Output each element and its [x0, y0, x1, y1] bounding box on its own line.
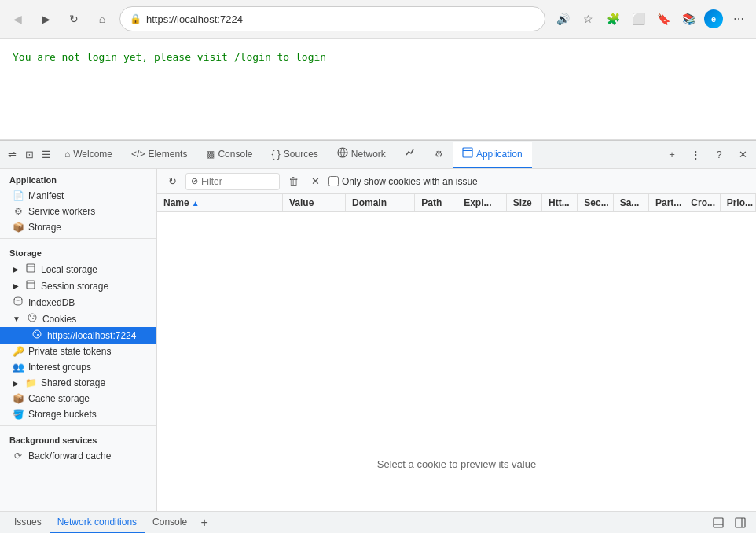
- devtools-side-btn-3[interactable]: ☰: [38, 146, 55, 164]
- shared-storage-expand-icon: ▶: [13, 379, 19, 388]
- collections-button[interactable]: 📚: [677, 8, 699, 30]
- svg-point-15: [37, 334, 39, 336]
- sidebar-item-cookies[interactable]: ▼ Cookies: [0, 311, 156, 327]
- col-header-cross[interactable]: Cro...: [684, 194, 720, 211]
- session-storage-expand-icon: ▶: [13, 281, 19, 290]
- sidebar-item-back-forward-cache[interactable]: ⟳ Back/forward cache: [0, 448, 156, 464]
- storage-icon: 📦: [13, 222, 24, 233]
- col-header-expires[interactable]: Expi...: [457, 194, 507, 211]
- delete-cookies-button[interactable]: ✕: [306, 173, 324, 190]
- svg-point-13: [33, 330, 41, 338]
- cookies-icon: [27, 313, 38, 325]
- sidebar-item-session-storage[interactable]: ▶ Session storage: [0, 278, 156, 294]
- sidebar-item-cookies-localhost[interactable]: https://localhost:7224: [0, 327, 156, 344]
- sidebar-item-interest-groups[interactable]: 👥 Interest groups: [0, 359, 156, 375]
- sidebar-storage-label: Storage: [28, 222, 61, 233]
- sidebar-item-local-storage[interactable]: ▶ Local storage: [0, 261, 156, 278]
- sidebar-item-private-state-tokens[interactable]: 🔑 Private state tokens: [0, 344, 156, 359]
- extensions-button[interactable]: 🧩: [602, 8, 624, 30]
- devtools-side-btn-1[interactable]: ⇌: [3, 146, 20, 164]
- col-header-partition[interactable]: Part...: [649, 194, 684, 211]
- cache-storage-icon: 📦: [13, 393, 24, 404]
- sidebar-item-manifest[interactable]: 📄 Manifest: [0, 188, 156, 204]
- col-domain-label: Domain: [352, 197, 387, 208]
- back-button[interactable]: ◀: [6, 8, 28, 30]
- tab-application[interactable]: Application: [453, 142, 532, 168]
- col-samesite-label: Sa...: [620, 197, 640, 208]
- issues-only-checkbox[interactable]: [328, 176, 339, 186]
- sidebar-item-storage[interactable]: 📦 Storage: [0, 219, 156, 235]
- col-path-label: Path: [421, 197, 442, 208]
- bottom-tab-issues[interactable]: Issues: [6, 512, 50, 534]
- filter-input[interactable]: [201, 176, 264, 187]
- page-message: You are not login yet, please visit /log…: [13, 51, 743, 63]
- tab-welcome[interactable]: ⌂ Welcome: [55, 142, 122, 168]
- forward-button[interactable]: ▶: [35, 8, 57, 30]
- more-tabs-button[interactable]: ⋮: [685, 145, 706, 165]
- filter-icon: ⊘: [191, 176, 198, 186]
- devtools-body: Application 📄 Manifest ⚙ Service workers…: [0, 169, 756, 511]
- close-devtools-button[interactable]: ✕: [732, 145, 753, 165]
- bottom-tab-console-bottom[interactable]: Console: [145, 512, 195, 534]
- sidebar-item-shared-storage[interactable]: ▶ 📁 Shared storage: [0, 375, 156, 391]
- col-http-label: Htt...: [549, 197, 570, 208]
- more-button[interactable]: ⋯: [728, 8, 750, 30]
- col-header-priority[interactable]: Prio...: [721, 194, 756, 211]
- tab-performance[interactable]: [395, 142, 425, 168]
- sidebar-item-cache-storage[interactable]: 📦 Cache storage: [0, 391, 156, 406]
- bottom-tab-network-conditions[interactable]: Network conditions: [50, 512, 145, 534]
- issues-only-label: Only show cookies with an issue: [342, 176, 478, 187]
- browser-icons: 🔊 ☆ 🧩 ⬜ 🔖 📚 e ⋯: [552, 8, 750, 30]
- profile-button[interactable]: e: [703, 8, 725, 30]
- elements-tab-label: Elements: [148, 149, 187, 160]
- issues-tab-label: Issues: [14, 516, 42, 527]
- sidebar-cookies-localhost-label: https://localhost:7224: [47, 330, 136, 341]
- col-header-path[interactable]: Path: [415, 194, 457, 211]
- tab-elements[interactable]: </> Elements: [122, 142, 196, 168]
- devtools-tabs-bar: ⇌ ⊡ ☰ ⌂ Welcome </> Elements ▩ Console {…: [0, 141, 756, 169]
- filter-box[interactable]: ⊘: [185, 173, 280, 190]
- refresh-cookies-button[interactable]: ↻: [163, 173, 181, 190]
- add-tab-button[interactable]: +: [662, 145, 682, 165]
- split-screen-button[interactable]: ⬜: [627, 8, 649, 30]
- sidebar-item-storage-buckets[interactable]: 🪣 Storage buckets: [0, 406, 156, 422]
- sidebar-item-indexeddb[interactable]: IndexedDB: [0, 294, 156, 311]
- read-aloud-button[interactable]: 🔊: [552, 8, 574, 30]
- sources-tab-icon: { }: [271, 149, 280, 160]
- home-button[interactable]: ⌂: [91, 8, 113, 30]
- network-tab-icon: [337, 147, 348, 160]
- sidebar-indexeddb-label: IndexedDB: [28, 297, 75, 308]
- help-button[interactable]: ?: [709, 145, 729, 165]
- clear-filter-button[interactable]: 🗑: [284, 173, 302, 190]
- add-panel-button[interactable]: +: [195, 513, 214, 532]
- col-header-samesite[interactable]: Sa...: [614, 194, 649, 211]
- col-header-secure[interactable]: Sec...: [578, 194, 613, 211]
- svg-point-10: [30, 315, 31, 317]
- cookie-table[interactable]: Name ▲ Value Domain Path Expi...: [157, 194, 756, 417]
- devtools-side-btn-2[interactable]: ⊡: [20, 146, 38, 164]
- shared-storage-icon: 📁: [25, 377, 36, 388]
- svg-point-14: [35, 332, 36, 333]
- sidebar-section-background: Background services: [0, 429, 156, 448]
- favorites-button[interactable]: ☆: [577, 8, 599, 30]
- dock-side-button[interactable]: [731, 513, 750, 532]
- col-header-size[interactable]: Size: [507, 194, 542, 211]
- issues-only-checkbox-label[interactable]: Only show cookies with an issue: [328, 176, 478, 187]
- welcome-tab-icon: ⌂: [64, 149, 70, 160]
- tab-network[interactable]: Network: [328, 142, 395, 168]
- col-header-http[interactable]: Htt...: [542, 194, 578, 211]
- favorites-sidebar-button[interactable]: 🔖: [652, 8, 674, 30]
- network-conditions-tab-label: Network conditions: [57, 516, 137, 527]
- col-header-value[interactable]: Value: [283, 194, 346, 211]
- devtools-bottom-bar: Issues Network conditions Console +: [0, 511, 756, 533]
- col-header-name[interactable]: Name ▲: [157, 194, 283, 211]
- sidebar-item-service-workers[interactable]: ⚙ Service workers: [0, 204, 156, 219]
- tab-settings-gear[interactable]: ⚙: [425, 142, 453, 168]
- tab-console[interactable]: ▩ Console: [196, 142, 262, 168]
- dock-bottom-button[interactable]: [709, 513, 728, 532]
- refresh-button[interactable]: ↻: [63, 8, 85, 30]
- address-bar[interactable]: 🔒 https://localhost:7224: [119, 6, 545, 31]
- col-expires-label: Expi...: [464, 197, 491, 208]
- tab-sources[interactable]: { } Sources: [262, 142, 327, 168]
- col-header-domain[interactable]: Domain: [346, 194, 415, 211]
